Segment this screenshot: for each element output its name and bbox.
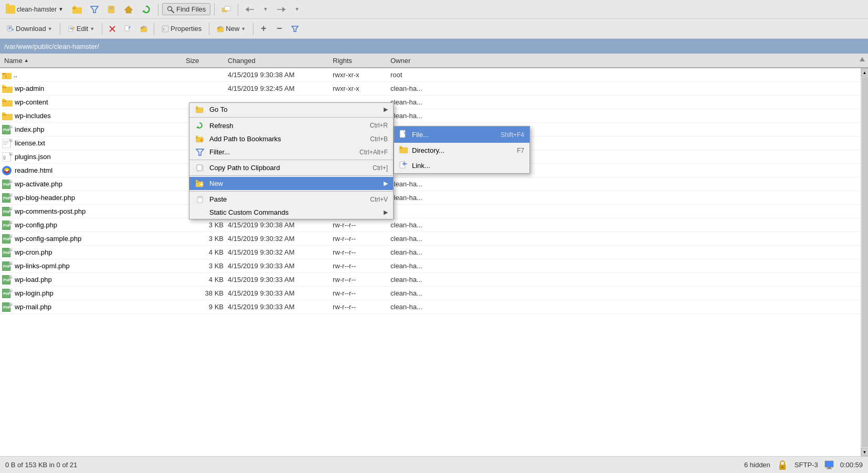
file-size: 3 KB [186,262,228,270]
file-name: wp-cron.php [15,248,52,256]
scrollbar-thumb[interactable] [862,77,868,447]
file-name-cell: {} plugins.json [2,152,186,162]
folder-dropdown-btn[interactable]: clean-hamster ▼ [2,3,67,16]
main-window: clean-hamster ▼ Find Files [0,0,868,473]
rename-btn[interactable] [121,22,135,36]
col-header-changed[interactable]: Changed [228,57,333,65]
back-btn[interactable] [242,4,258,15]
table-row[interactable]: wp-admin 4/15/2019 9:32:45 AM rwxr-xr-x … [0,82,861,96]
vertical-scrollbar[interactable]: ▲ ▼ [861,68,868,456]
ctx-add-path[interactable]: Add Path to Bookmarks Ctrl+B [189,132,393,145]
ctx-add-path-shortcut: Ctrl+B [370,135,388,143]
dropdown-nav-btn[interactable] [260,5,271,14]
table-row[interactable]: wp-includes clean-ha... [0,109,861,123]
move-btn[interactable] [136,22,151,36]
nav-extra-btn[interactable] [218,4,234,15]
file-name-cell: wp-includes [2,112,186,120]
html-icon [2,166,13,175]
submenu-file[interactable]: File... Shift+F4 [394,127,530,143]
svg-line-10 [171,10,174,13]
new-btn[interactable]: New ▼ [212,23,250,35]
table-row[interactable]: PHP wp-login.php 38 KB 4/15/2019 9:30:33… [0,287,861,300]
forward-btn[interactable] [273,4,289,15]
col-header-owner[interactable]: Owner [390,57,469,65]
remove-btn[interactable]: − [272,22,287,36]
svg-marker-23 [12,29,14,31]
ctx-copy-path[interactable]: Copy Path to Clipboard Ctrl+] [189,161,393,174]
table-row[interactable]: wp-content clean-ha... [0,96,861,109]
submenu-directory[interactable]: Directory... F7 [394,143,530,158]
file-name-cell: wp-admin [2,85,186,93]
add-btn[interactable]: + [256,22,271,36]
scrollbar-down-btn[interactable]: ▼ [861,448,869,456]
svg-rect-31 [141,27,143,29]
time-label: 0:00:59 [840,461,863,469]
ctx-sep-2 [189,160,393,160]
col-header-rights[interactable]: Rights [333,57,390,65]
col-header-size[interactable]: Size [186,57,228,65]
ctx-filter[interactable]: Filter... Ctrl+Alt+F [189,145,393,159]
table-row[interactable]: PHP wp-mail.php 9 KB 4/15/2019 9:30:33 A… [0,300,861,314]
forward-dropdown-btn[interactable] [291,5,303,14]
svg-text:PHP: PHP [3,306,11,309]
table-row[interactable]: PHP wp-links-opml.php 3 KB 4/15/2019 9:3… [0,259,861,273]
table-row[interactable]: PHP wp-config.php 3 KB 4/15/2019 9:30:38… [0,218,861,232]
file-name-cell: PHP wp-blog-header.php [2,193,186,203]
properties-btn[interactable]: i Properties [157,23,206,35]
file-owner: clean-ha... [390,112,469,120]
ctx-filter-shortcut: Ctrl+Alt+F [359,149,388,156]
submenu-file-label: File... [412,131,429,139]
column-headers: Name ▲ Size Changed Rights Owner [0,54,868,68]
submenu-link[interactable]: Link... [394,158,530,173]
file-owner: clean-ha... [390,248,469,256]
edit-label: Edit [77,25,88,33]
edit-btn[interactable]: Edit ▼ [63,23,99,35]
col-header-name[interactable]: Name ▲ [2,57,186,65]
table-row[interactable]: ↑ .. 4/15/2019 9:30:38 AM rwxr-xr-x root [0,68,861,82]
svg-rect-47 [2,99,5,101]
toolbar2: Download ▼ Edit ▼ i Properties New ▼ [0,19,868,39]
ctx-goto[interactable]: Go To ▶ [189,103,393,116]
svg-rect-126 [198,196,202,198]
svg-marker-8 [142,10,145,12]
table-row[interactable]: PHP wp-comments-post.php 3 [0,205,861,218]
ctx-new-label: New [209,180,223,187]
open-folder-btn[interactable] [69,3,85,16]
scrollbar-up-btn[interactable]: ▲ [861,68,869,77]
file-name-cell: PHP index.php [2,125,186,134]
table-row[interactable]: PHP wp-activate.php 7 clean-ha... [0,177,861,191]
file-owner: clean-ha... [390,276,469,283]
ctx-refresh-shortcut: Ctrl+R [370,122,388,129]
download-btn[interactable]: Download ▼ [2,23,57,35]
ctx-new[interactable]: New ▶ [189,177,393,190]
bookmarks-btn[interactable] [104,3,119,16]
file-name: .. [14,71,17,79]
table-row[interactable]: PHP wp-load.php 4 KB 4/15/2019 9:30:33 A… [0,273,861,287]
txt-icon [2,139,13,148]
table-row[interactable]: PHP wp-blog-header.php clean-ha... [0,191,861,205]
table-row[interactable]: PHP wp-config-sample.php 3 KB 4/15/2019 … [0,232,861,246]
link-icon [399,161,408,170]
add-path-icon [195,135,205,143]
copy-icon [195,164,205,172]
find-files-btn[interactable]: Find Files [162,3,210,15]
filter-toolbar-btn[interactable] [87,3,102,16]
ctx-static-commands[interactable]: Static Custom Commands ▶ [189,206,393,219]
refresh-btn[interactable] [139,3,154,16]
file-name-cell: license.txt [2,139,186,148]
home-btn[interactable] [121,3,136,16]
file-changed: 4/15/2019 9:30:32 AM [228,248,333,256]
svg-text:PHP: PHP [3,265,11,268]
ctx-refresh[interactable]: Refresh Ctrl+R [189,119,393,132]
php-icon: PHP [2,275,13,285]
file-changed: 4/15/2019 9:30:33 AM [228,262,333,270]
ctx-paste[interactable]: Paste Ctrl+V [189,193,393,206]
table-row[interactable]: PHP wp-cron.php 4 KB 4/15/2019 9:30:32 A… [0,246,861,259]
file-size: 38 KB [186,289,228,297]
svg-marker-15 [264,8,267,11]
file-owner: clean-ha... [390,180,469,188]
file-owner: clean-ha... [390,262,469,270]
delete-btn[interactable] [105,22,120,36]
filter-icon-btn[interactable] [288,22,302,36]
file-name-cell: PHP wp-mail.php [2,302,186,312]
